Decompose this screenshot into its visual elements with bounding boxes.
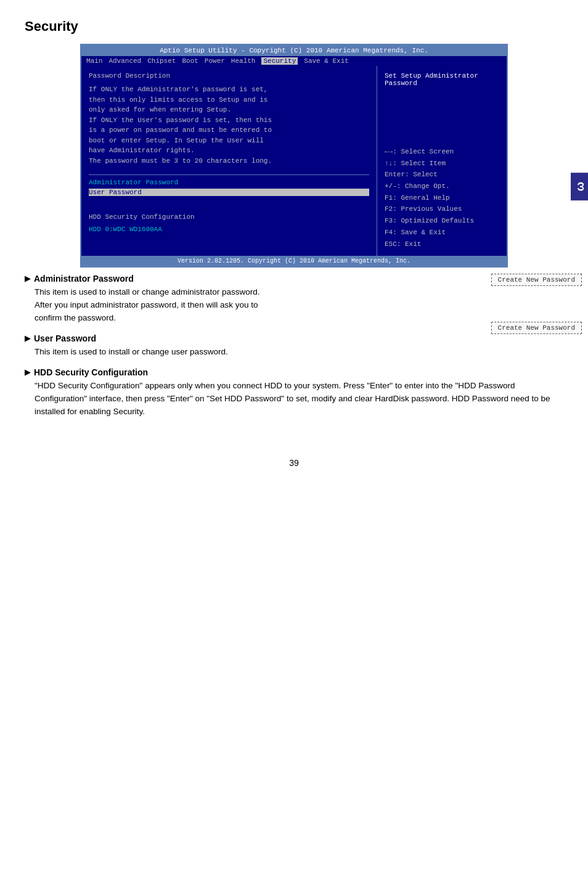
bios-help-title: Set Setup Administrator Password <box>385 72 499 87</box>
nav-security[interactable]: Security <box>261 57 298 65</box>
hdd-title-text: HDD Security Configuration <box>34 367 148 377</box>
admin-create-password-box[interactable]: Create New Password <box>491 274 582 286</box>
user-title-text: User Password <box>34 333 96 343</box>
user-password-box-container: Create New Password <box>491 322 582 334</box>
page-number: 39 <box>0 446 588 474</box>
bios-screen: Aptio Setup Utility - Copyright (C) 2010… <box>80 44 508 268</box>
bios-titlebar: Aptio Setup Utility - Copyright (C) 2010… <box>81 45 507 56</box>
admin-title-text: Administrator Password <box>34 274 134 284</box>
nav-save-exit[interactable]: Save & Exit <box>304 57 349 65</box>
bios-description: If ONLY the Administrator's password is … <box>89 84 369 166</box>
key-change-opt: +/-: Change Opt. <box>385 181 499 192</box>
chapter-tab: ω <box>571 173 588 200</box>
key-f3: F3: Optimized Defaults <box>385 215 499 227</box>
nav-health[interactable]: Health <box>231 57 256 65</box>
bios-menu-admin-password[interactable]: Administrator Password <box>89 179 369 186</box>
bios-menu-user-password[interactable]: User Password <box>89 189 369 196</box>
doc-section-hdd: ▶ HDD Security Configuration "HDD Securi… <box>25 367 563 419</box>
key-f4: F4: Save & Exit <box>385 227 499 239</box>
bios-footer: Version 2.02.1205. Copyright (C) 2010 Am… <box>81 256 507 266</box>
bios-right-panel: Set Setup Administrator Password ←→: Sel… <box>377 66 507 256</box>
nav-power[interactable]: Power <box>205 57 225 65</box>
bios-content: Password Description If ONLY the Adminis… <box>81 66 507 256</box>
doc-body-user: This item is used to install or change u… <box>25 346 563 359</box>
arrow-icon-admin: ▶ <box>25 274 30 283</box>
key-select-screen: ←→: Select Screen <box>385 146 499 158</box>
doc-body-hdd: "HDD Security Configuration" appears onl… <box>25 380 563 419</box>
bios-menu-separator <box>89 201 369 208</box>
bios-section-title: Password Description <box>89 72 369 80</box>
bios-menu-hdd[interactable]: HDD 0:WDC WD1600AA <box>89 226 369 233</box>
user-create-password-box[interactable]: Create New Password <box>491 322 582 334</box>
bios-key-help: ←→: Select Screen ↑↓: Select Item Enter:… <box>385 146 499 250</box>
bios-navbar: Main Advanced Chipset Boot Power Health … <box>81 56 507 66</box>
arrow-icon-hdd: ▶ <box>25 368 30 377</box>
admin-password-box-container: Create New Password <box>491 274 582 286</box>
doc-title-admin: ▶ Administrator Password <box>25 274 563 284</box>
key-f1: F1: General Help <box>385 192 499 204</box>
nav-main[interactable]: Main <box>86 57 102 65</box>
doc-title-user: ▶ User Password <box>25 333 563 343</box>
key-esc: ESC: Exit <box>385 239 499 250</box>
doc-title-hdd: ▶ HDD Security Configuration <box>25 367 563 377</box>
key-select-item: ↑↓: Select Item <box>385 158 499 170</box>
doc-content: ▶ Administrator Password This item is us… <box>0 268 588 445</box>
key-enter: Enter: Select <box>385 169 499 181</box>
bios-left-panel: Password Description If ONLY the Adminis… <box>81 66 377 256</box>
doc-section-user: ▶ User Password This item is used to ins… <box>25 333 563 359</box>
doc-body-admin: This item is used to install or change a… <box>25 286 563 325</box>
bios-hdd-heading: HDD Security Configuration <box>89 213 369 221</box>
nav-advanced[interactable]: Advanced <box>108 57 141 65</box>
doc-section-admin: ▶ Administrator Password This item is us… <box>25 274 563 325</box>
nav-boot[interactable]: Boot <box>182 57 198 65</box>
key-f2: F2: Previous Values <box>385 203 499 215</box>
page-title: Security <box>0 0 588 44</box>
bios-divider <box>89 174 369 175</box>
nav-chipset[interactable]: Chipset <box>147 57 176 65</box>
arrow-icon-user: ▶ <box>25 334 30 343</box>
